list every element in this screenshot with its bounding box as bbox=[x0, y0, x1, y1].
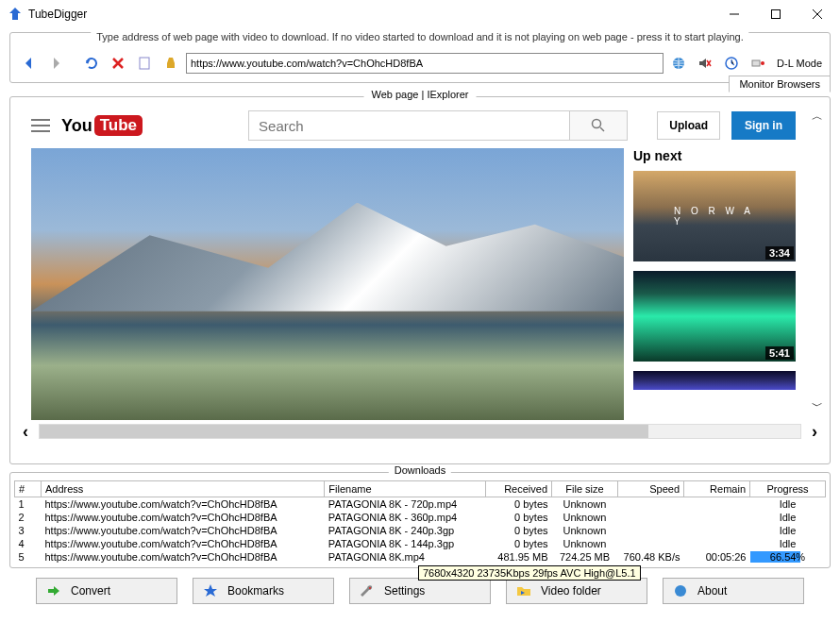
dl-mode-label[interactable]: D-L Mode bbox=[777, 58, 822, 69]
column-header[interactable]: Received bbox=[486, 481, 552, 497]
hamburger-icon[interactable] bbox=[31, 119, 50, 132]
hscroll-track[interactable] bbox=[39, 424, 801, 439]
window-title: TubeDigger bbox=[28, 8, 714, 21]
column-header[interactable]: File size bbox=[552, 481, 618, 497]
video-info-tooltip: 7680x4320 23735Kbps 29fps AVC High@L5.1 bbox=[418, 565, 641, 581]
youtube-header: YouTube Upload Sign in bbox=[16, 103, 811, 148]
mute-icon[interactable] bbox=[694, 52, 716, 75]
svg-point-9 bbox=[675, 585, 686, 597]
column-header[interactable]: Speed bbox=[618, 481, 684, 497]
svg-rect-0 bbox=[772, 10, 781, 19]
svg-point-6 bbox=[761, 61, 764, 65]
maximize-button[interactable] bbox=[755, 1, 797, 27]
globe-icon bbox=[673, 583, 688, 598]
bookmarks-button[interactable]: Bookmarks bbox=[193, 578, 334, 604]
vscroll[interactable]: ︿ ﹀ bbox=[811, 103, 824, 420]
downloads-table: #AddressFilenameReceivedFile sizeSpeedRe… bbox=[14, 480, 826, 564]
scroll-left-icon[interactable]: ‹ bbox=[16, 422, 35, 441]
hscroll[interactable]: ‹ › bbox=[16, 422, 824, 441]
column-header[interactable]: Progress bbox=[750, 481, 826, 497]
settings-button[interactable]: Settings bbox=[349, 578, 491, 604]
downloads-pane: Downloads #AddressFilenameReceivedFile s… bbox=[9, 472, 831, 568]
toolbar: Type address of web page with video to d… bbox=[9, 32, 831, 83]
star-icon bbox=[203, 583, 218, 598]
stop-button[interactable] bbox=[107, 52, 129, 75]
svg-point-8 bbox=[369, 587, 371, 589]
table-header-row: #AddressFilenameReceivedFile sizeSpeedRe… bbox=[15, 481, 826, 497]
browser-legend: Web page | IExplorer bbox=[364, 89, 477, 100]
table-row[interactable]: 3https://www.youtube.com/watch?v=ChOhcHD… bbox=[15, 524, 826, 537]
clear-button[interactable] bbox=[160, 52, 182, 75]
upload-button[interactable]: Upload bbox=[657, 111, 720, 140]
globe-icon[interactable] bbox=[667, 52, 690, 75]
svg-rect-2 bbox=[167, 63, 175, 68]
url-input[interactable] bbox=[186, 53, 664, 74]
upnext-thumb-1[interactable]: N O R W A Y 3:34 bbox=[633, 171, 796, 261]
forward-button[interactable] bbox=[44, 52, 67, 75]
convert-button[interactable]: Convert bbox=[36, 578, 177, 604]
table-row[interactable]: 5https://www.youtube.com/watch?v=ChOhcHD… bbox=[15, 550, 826, 564]
youtube-body: Up next N O R W A Y 3:34 5:41 bbox=[16, 148, 811, 420]
upnext-sidebar: Up next N O R W A Y 3:34 5:41 bbox=[633, 148, 796, 420]
upnext-thumb-2[interactable]: 5:41 bbox=[633, 271, 796, 362]
browser-pane: Web page | IExplorer YouTube Upload Sign… bbox=[9, 96, 831, 464]
scroll-right-icon[interactable]: › bbox=[805, 422, 824, 441]
upnext-thumb-3[interactable] bbox=[633, 371, 796, 390]
scroll-up-icon[interactable]: ︿ bbox=[811, 109, 824, 125]
video-folder-button[interactable]: Video folder bbox=[506, 578, 647, 604]
signin-button[interactable]: Sign in bbox=[731, 111, 796, 140]
search-button[interactable] bbox=[569, 110, 628, 141]
back-button[interactable] bbox=[18, 52, 41, 75]
search-input[interactable] bbox=[248, 110, 569, 141]
wrench-icon bbox=[360, 583, 375, 598]
toolbar-hint: Type address of web page with video to d… bbox=[91, 31, 748, 42]
convert-icon bbox=[46, 583, 61, 598]
upnext-title: Up next bbox=[633, 148, 796, 163]
minimize-button[interactable] bbox=[714, 1, 755, 27]
monitor-browsers-tab[interactable]: Monitor Browsers bbox=[729, 76, 831, 93]
scroll-down-icon[interactable]: ﹀ bbox=[811, 398, 824, 414]
clock-icon[interactable] bbox=[720, 52, 743, 75]
record-icon[interactable] bbox=[747, 52, 769, 75]
downloads-legend: Downloads bbox=[389, 464, 451, 476]
main-video-player[interactable] bbox=[31, 148, 624, 420]
column-header[interactable]: Filename bbox=[325, 481, 486, 497]
refresh-button[interactable] bbox=[80, 52, 103, 75]
table-row[interactable]: 4https://www.youtube.com/watch?v=ChOhcHD… bbox=[15, 537, 826, 550]
column-header[interactable]: # bbox=[15, 481, 42, 497]
column-header[interactable]: Address bbox=[42, 481, 325, 497]
about-button[interactable]: About bbox=[663, 578, 804, 604]
youtube-logo[interactable]: YouTube bbox=[61, 115, 143, 136]
titlebar: TubeDigger bbox=[0, 0, 840, 28]
svg-point-7 bbox=[593, 120, 601, 128]
svg-rect-1 bbox=[140, 58, 149, 69]
svg-rect-5 bbox=[752, 60, 760, 66]
close-button[interactable] bbox=[797, 1, 838, 27]
app-icon bbox=[8, 7, 23, 22]
table-row[interactable]: 1https://www.youtube.com/watch?v=ChOhcHD… bbox=[15, 497, 826, 512]
table-row[interactable]: 2https://www.youtube.com/watch?v=ChOhcHD… bbox=[15, 511, 826, 524]
column-header[interactable]: Remain bbox=[684, 481, 750, 497]
page-button[interactable] bbox=[133, 52, 156, 75]
folder-icon bbox=[516, 583, 531, 598]
